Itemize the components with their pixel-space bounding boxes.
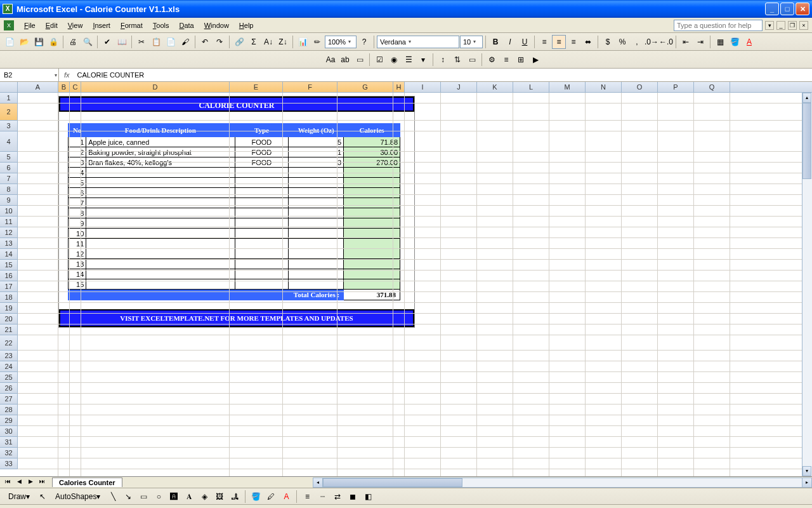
menu-window[interactable]: Window	[199, 20, 234, 31]
table-row[interactable]: 6	[69, 188, 400, 198]
row-header-31[interactable]: 31	[0, 437, 18, 448]
row-header-12[interactable]: 12	[0, 227, 18, 238]
textbox-icon[interactable]: 🅰	[167, 490, 181, 504]
line-icon[interactable]: ╲	[106, 490, 120, 504]
help-icon[interactable]: ?	[357, 35, 371, 49]
bold-button[interactable]: B	[488, 35, 502, 49]
row-header-18[interactable]: 18	[0, 292, 18, 303]
oval-icon[interactable]: ○	[152, 490, 166, 504]
select-objects-icon[interactable]: ↖	[36, 490, 49, 504]
wordart-icon[interactable]: 𝐀	[182, 490, 196, 504]
row-header-6[interactable]: 6	[0, 163, 18, 173]
col-header-I[interactable]: I	[405, 82, 441, 92]
save-icon[interactable]: 💾	[32, 35, 46, 49]
hyperlink-icon[interactable]: 🔗	[232, 35, 246, 49]
spinner-icon[interactable]: ⇅	[450, 53, 464, 67]
doc-close-button[interactable]: ×	[799, 21, 808, 30]
underline-button[interactable]: U	[518, 35, 532, 49]
scroll-left-button[interactable]: ◂	[313, 478, 323, 488]
scroll-thumb-horizontal[interactable]	[323, 478, 462, 487]
maximize-button[interactable]: □	[780, 3, 794, 15]
col-header-O[interactable]: O	[622, 82, 658, 92]
picture-icon[interactable]: 🏞	[228, 490, 242, 504]
vertical-scrollbar[interactable]: ▴ ▾	[802, 93, 812, 476]
align-right-icon[interactable]: ≡	[566, 35, 580, 49]
select-all-corner[interactable]	[0, 82, 18, 92]
line-color-icon[interactable]: 🖊	[264, 490, 278, 504]
row-header-1[interactable]: 1	[0, 93, 18, 104]
editbox-icon[interactable]: ab	[338, 53, 352, 67]
percent-icon[interactable]: %	[615, 35, 629, 49]
toggle-grid-icon[interactable]: ⊞	[514, 53, 528, 67]
comma-icon[interactable]: ,	[630, 35, 644, 49]
row-header-7[interactable]: 7	[0, 173, 18, 184]
combobox-icon[interactable]: ▾	[416, 53, 430, 67]
arrow-icon[interactable]: ↘	[121, 490, 135, 504]
shadow-icon[interactable]: ◼	[346, 490, 360, 504]
listbox-icon[interactable]: ☰	[402, 53, 416, 67]
scroll-right-button[interactable]: ▸	[802, 478, 812, 488]
option-icon[interactable]: ◉	[387, 53, 401, 67]
sort-desc-icon[interactable]: Z↓	[276, 35, 290, 49]
print-icon[interactable]: 🖨	[66, 35, 80, 49]
groupbox-icon[interactable]: ▭	[353, 53, 367, 67]
draw-menu[interactable]: Draw ▾	[4, 490, 34, 504]
table-row[interactable]: 13	[69, 259, 400, 269]
properties-icon[interactable]: ⚙	[485, 53, 499, 67]
table-row[interactable]: 7	[69, 198, 400, 208]
paste-icon[interactable]: 📄	[164, 35, 178, 49]
font-color-draw-icon[interactable]: A	[279, 490, 293, 504]
run-dialog-icon[interactable]: ▶	[528, 53, 542, 67]
borders-icon[interactable]: ▦	[713, 35, 727, 49]
font-color-icon[interactable]: A	[742, 35, 756, 49]
row-header-3[interactable]: 3	[0, 121, 18, 131]
col-header-A[interactable]: A	[18, 82, 58, 92]
col-header-P[interactable]: P	[658, 82, 694, 92]
col-header-J[interactable]: J	[441, 82, 477, 92]
currency-icon[interactable]: $	[601, 35, 615, 49]
autoshapes-menu[interactable]: AutoShapes ▾	[51, 490, 105, 504]
permissions-icon[interactable]: 🔒	[46, 35, 60, 49]
row-header-2[interactable]: 2	[0, 104, 18, 121]
diagram-icon[interactable]: ◈	[197, 490, 211, 504]
zoom-combo[interactable]: 100%▾	[325, 36, 357, 48]
row-header-23[interactable]: 23	[0, 351, 18, 361]
formula-input[interactable]: CALORIE COUNTER	[75, 71, 812, 79]
col-header-M[interactable]: M	[549, 82, 586, 92]
code-icon[interactable]: ≡	[499, 53, 513, 67]
menu-edit[interactable]: Edit	[41, 20, 63, 31]
decrease-decimal-icon[interactable]: ←.0	[659, 35, 673, 49]
menu-data[interactable]: Data	[174, 20, 199, 31]
increase-indent-icon[interactable]: ⇥	[693, 35, 707, 49]
align-center-icon[interactable]: ≡	[552, 35, 566, 49]
drawing-icon[interactable]: ✏	[310, 35, 324, 49]
scroll-up-button[interactable]: ▴	[802, 93, 811, 103]
merge-center-icon[interactable]: ⬌	[581, 35, 595, 49]
col-header-D[interactable]: D	[81, 82, 230, 92]
font-size-combo[interactable]: 10▾	[460, 36, 483, 48]
clipart-icon[interactable]: 🖼	[213, 490, 226, 504]
name-box[interactable]: B2▾	[0, 69, 59, 81]
row-header-26[interactable]: 26	[0, 383, 18, 394]
col-header-B[interactable]: B	[58, 82, 70, 92]
menu-file[interactable]: File	[19, 20, 41, 31]
tab-next-button[interactable]: ▶	[25, 478, 36, 487]
line-style-icon[interactable]: ≡	[300, 490, 314, 504]
spreadsheet-grid[interactable]: ABCDEFGHIJKLMNOPQ 1234567891011121314151…	[0, 82, 812, 476]
autosum-icon[interactable]: Σ	[247, 35, 261, 49]
dash-style-icon[interactable]: ┈	[315, 490, 329, 504]
row-header-9[interactable]: 9	[0, 195, 18, 206]
tab-prev-button[interactable]: ◀	[14, 478, 24, 487]
table-row[interactable]: 1Apple juice, cannedFOOD571.88	[69, 137, 400, 147]
rectangle-icon[interactable]: ▭	[136, 490, 150, 504]
italic-button[interactable]: I	[503, 35, 517, 49]
checkbox-icon[interactable]: ☑	[372, 53, 386, 67]
help-dropdown[interactable]: ▾	[765, 21, 774, 30]
menu-insert[interactable]: Insert	[88, 20, 115, 31]
col-header-N[interactable]: N	[586, 82, 622, 92]
row-header-22[interactable]: 22	[0, 335, 18, 351]
new-icon[interactable]: 📄	[3, 35, 16, 49]
help-search-input[interactable]	[674, 20, 763, 31]
minimize-button[interactable]: _	[765, 3, 779, 15]
scrollbar-icon[interactable]: ↕	[436, 53, 450, 67]
